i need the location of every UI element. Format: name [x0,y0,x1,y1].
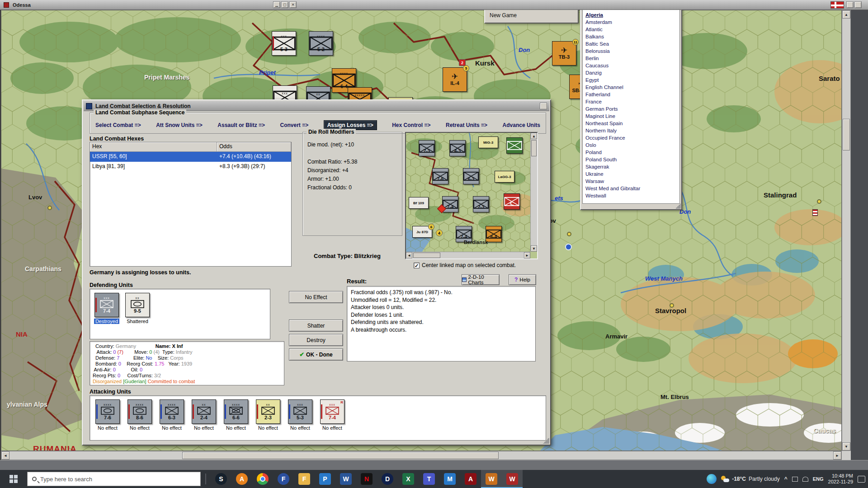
taskbar-app-photos[interactable]: P [315,470,335,488]
map-list-item[interactable]: Ukraine [585,170,679,178]
vertical-scroll-thumb[interactable] [843,119,850,150]
map-list-item[interactable]: Balkans [585,33,679,40]
map-list-item[interactable]: Oslo [585,141,679,149]
titlebar-button-2[interactable] [854,1,862,8]
unit-counter[interactable]: xx2-3 [256,399,280,424]
unit-counter[interactable]: 5- [504,193,520,210]
close-button[interactable]: ✕ [289,1,297,8]
horizontal-scroll-thumb[interactable] [182,452,499,459]
map-list-item[interactable]: Atlantic [585,26,679,33]
subphase-step[interactable]: Retreat Units => [446,122,487,128]
dialog-titlebar-button[interactable] [540,103,547,109]
center-map-checkbox-row[interactable]: ✓ Center linked map on selected combat. [414,262,516,268]
attacking-unit[interactable]: xx2-4No effect [191,399,217,431]
odessa-window-titlebar[interactable]: Odessa ▁ ▢ ✕ [0,0,868,10]
map-list-item[interactable]: Algeria [585,11,679,19]
map-list-item[interactable]: Egypt [585,76,679,84]
map-list-item[interactable]: Skagerrak [585,163,679,170]
maximize-button[interactable]: ▢ [281,1,288,8]
combat-minimap[interactable]: 7-34-3MiG-37-66-3LaGG-3Bf 1097-42-35-Ju … [405,132,538,259]
unit-counter[interactable]: xxxx6-6 [224,399,248,424]
unit-counter[interactable]: xx2-4 [192,399,216,424]
map-list-item[interactable]: Maginot Line [585,113,679,120]
notification-center-icon[interactable] [858,476,865,483]
tray-icon-1[interactable] [792,477,798,482]
scroll-down-icon[interactable]: ▼ [531,245,537,252]
subphase-step[interactable]: Advance Units [503,122,540,128]
map-location-list[interactable]: AlgeriaAmsterdamAtlanticBalkansBaltic Se… [582,9,680,204]
start-button[interactable] [0,470,27,488]
taskbar-app-store[interactable]: M [439,470,460,488]
subphase-step[interactable]: Convert => [280,122,309,128]
ok-done-button[interactable]: ✔ OK - Done [289,348,343,361]
scroll-up-icon[interactable]: ▲ [842,10,850,19]
map-list-item[interactable]: Danzig [585,69,679,76]
minimap-vertical-scrollbar[interactable]: ▲ ▼ [530,133,537,252]
unit-counter[interactable]: LaGG-3 [495,171,514,183]
shatter-button[interactable]: Shatter [289,319,343,332]
taskbar-app-files[interactable]: F [294,470,315,488]
map-list-item[interactable]: Northern Italy [585,127,679,134]
taskbar-app-acrobat[interactable]: A [460,470,481,488]
unit-counter[interactable]: xxxx6-3 [160,399,184,424]
map-view-resize-grip[interactable] [675,203,681,209]
map-vertical-scrollbar[interactable]: ▲ ▼ [842,10,851,451]
unit-counter[interactable]: xxx5-3 [288,399,312,424]
unit-counter[interactable]: xxxx8-6 [127,399,152,424]
defending-unit[interactable]: xxx7-4Destroyed [94,293,120,324]
map-list-item[interactable]: Berlin [585,55,679,62]
unit-counter[interactable]: 2-3 [473,196,489,212]
language-indicator[interactable]: ENG [813,476,824,482]
attacking-unit[interactable]: xxxx8-6No effect [127,399,153,431]
unit-counter[interactable]: 4-3 [449,140,466,156]
map-list-item[interactable]: Fatherland [585,91,679,98]
taskbar-app-word[interactable]: W [335,470,356,488]
map-list-item[interactable]: Occupied France [585,134,679,141]
subphase-step[interactable]: Att Snow Units => [156,122,203,128]
taskbar-app-wargame-1[interactable]: W [481,470,502,488]
taskbar-app-steam[interactable]: S [211,470,231,488]
map-list-item[interactable]: Amsterdam [585,19,679,26]
column-header-hex[interactable]: Hex [90,142,217,152]
map-list-item[interactable]: France [585,98,679,105]
unit-counter[interactable]: xxxx7-6 [95,399,120,424]
unit-counter[interactable]: Bf 109 [409,197,429,209]
defending-unit[interactable]: xx9-5Shattered [124,293,151,324]
unit-counter[interactable]: 7-4 [442,196,458,212]
map-list-item[interactable]: German Ports [585,105,679,113]
tray-browser-icon[interactable] [707,474,717,484]
charts-button[interactable]: 2-D-10 Charts [462,274,500,285]
attacking-unit[interactable]: xx2-3No effect [255,399,281,431]
map-list-item[interactable]: Belorussia [585,47,679,55]
taskbar-app-teams[interactable]: T [419,470,439,488]
minimap-horizontal-thumb[interactable] [413,253,440,258]
attacking-unit[interactable]: xxxx6-3No effect [159,399,185,431]
unit-counter[interactable]: xxx7-4 [94,293,119,317]
no-effect-button[interactable]: No Effect [289,291,343,303]
destroy-button[interactable]: Destroy [289,334,343,346]
unit-counter[interactable]: 7-6 [432,168,448,184]
help-button[interactable]: ? Help [509,274,536,285]
checkbox-checked-icon[interactable]: ✓ [414,263,420,268]
unit-counter[interactable]: xx9-5 [125,293,150,317]
map-list-item[interactable]: Poland South [585,156,679,163]
map-list-item[interactable]: Warsaw [585,178,679,185]
subphase-step[interactable]: Select Combat => [95,122,141,128]
subphase-step[interactable]: Hex Control => [392,122,430,128]
taskbar-app-app-orange[interactable]: A [231,470,252,488]
tray-icon-2[interactable] [802,477,808,482]
taskbar-search[interactable]: Type here to search [27,472,201,486]
unit-counter[interactable] [506,137,523,154]
attacking-unit[interactable]: xxx5-3No effect [287,399,313,431]
scroll-down-icon[interactable]: ▼ [842,442,850,450]
combat-hex-row[interactable]: Libya [81, 39]+8.3 (+9.3B) (29:7) [90,162,291,172]
unit-counter[interactable]: xxx7-4R [320,399,344,424]
scroll-left-icon[interactable]: ◄ [1,451,9,460]
scroll-right-icon[interactable]: ► [524,252,530,258]
scroll-left-icon[interactable]: ◄ [406,252,412,258]
minimize-button[interactable]: ▁ [273,1,280,8]
map-list-item[interactable]: Caucasus [585,62,679,69]
map-horizontal-scrollbar[interactable]: ◄ ► [1,451,842,460]
unit-counter[interactable]: Ju 87D6 [412,226,432,238]
taskbar-app-browser-blue[interactable]: F [273,470,294,488]
